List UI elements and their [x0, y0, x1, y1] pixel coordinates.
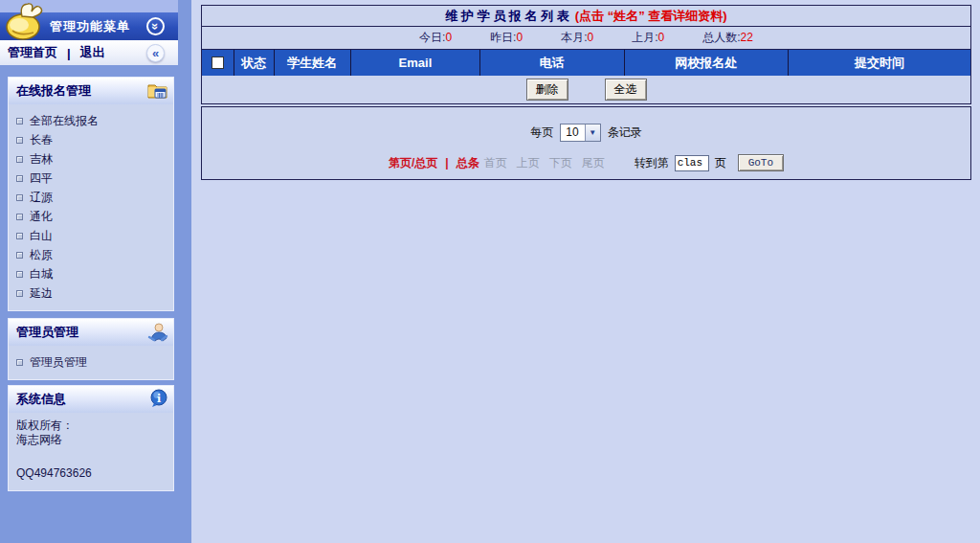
goto-page-suffix: 页 — [715, 155, 726, 171]
sidebar-item-liaoyuan[interactable]: 辽源 — [9, 188, 173, 207]
app-logo-icon — [3, 1, 47, 43]
table-header-phone: 电话 — [479, 50, 624, 76]
page-summary: 第页/总页 — [389, 155, 437, 171]
collapse-sidebar-icon[interactable]: « — [146, 44, 165, 62]
main-content: 维 护 学 员 报 名 列 表 (点击 “姓名” 查看详细资料) 今日:0 昨日… — [191, 0, 980, 543]
sidebar-item-tonghua[interactable]: 通化 — [9, 207, 173, 226]
admin-user-icon — [147, 322, 168, 346]
stat-value: 22 — [741, 31, 753, 44]
pagination-box: 每页 10 ▼ 条记录 第页/总页 | 总条 首页 上页 下页 尾页 转到第 页… — [201, 106, 971, 180]
table-header-email: Email — [350, 50, 479, 76]
stat-label: 上月: — [632, 31, 657, 44]
list-title-row: 维 护 学 员 报 名 列 表 (点击 “姓名” 查看详细资料) — [202, 6, 970, 27]
logout-link[interactable]: 退出 — [80, 44, 105, 61]
system-info-body: 版权所有： 海志网络 QQ494763626 — [9, 413, 173, 490]
sidebar-item-label: 白山 — [30, 228, 53, 244]
table-header-branch: 网校报名处 — [624, 50, 788, 76]
stat-value: 0 — [587, 31, 593, 44]
table-header-student-name: 学生姓名 — [274, 50, 350, 76]
bullet-icon — [16, 271, 23, 278]
per-page-label: 每页 — [530, 124, 553, 141]
nav-separator: | — [67, 46, 71, 60]
panel-admin-header: 管理员管理 — [9, 319, 173, 346]
bullet-icon — [16, 290, 23, 297]
sidebar-item-label: 管理员管理 — [30, 354, 87, 371]
stat-last-month: 上月:0 — [632, 30, 664, 46]
chevron-down-icon: ▼ — [585, 124, 600, 141]
bullet-icon — [16, 137, 23, 144]
goto-button[interactable]: GoTo — [738, 154, 784, 171]
info-icon: i — [149, 389, 168, 411]
table-header-status: 状态 — [234, 50, 274, 76]
menu-title: 管理功能菜单 — [50, 18, 130, 35]
stat-label: 总人数: — [702, 31, 740, 44]
sidebar-item-label: 通化 — [30, 209, 53, 225]
per-page-select[interactable]: 10 ▼ — [560, 124, 600, 142]
bullet-icon — [16, 252, 23, 259]
sidebar-item-label: 松原 — [30, 247, 53, 263]
last-page-link[interactable]: 尾页 — [582, 155, 605, 171]
sidebar-item-admin-management[interactable]: 管理员管理 — [9, 352, 173, 372]
sidebar-item-siping[interactable]: 四平 — [9, 169, 173, 188]
table-header-submit-time: 提交时间 — [788, 50, 970, 76]
panel-online-title: 在线报名管理 — [16, 82, 91, 100]
sidebar-item-songyuan[interactable]: 松原 — [9, 245, 173, 264]
stat-today: 今日:0 — [419, 30, 452, 46]
stat-value: 0 — [445, 31, 452, 44]
home-link[interactable]: 管理首页 — [8, 44, 57, 61]
prev-page-link[interactable]: 上页 — [517, 155, 540, 171]
sidebar-item-label: 白城 — [30, 266, 53, 283]
sidebar-item-changchun[interactable]: 长春 — [9, 130, 173, 149]
sidebar-item-label: 四平 — [30, 170, 53, 187]
select-all-button[interactable]: 全选 — [605, 79, 647, 101]
sidebar: 管理功能菜单 » 管理首页 | 退出 « 在线报名管理 — [0, 0, 191, 543]
stat-this-month: 本月:0 — [561, 30, 593, 46]
panel-admin-body: 管理员管理 — [9, 346, 173, 379]
sidebar-item-label: 辽源 — [30, 190, 53, 206]
panel-online-header: 在线报名管理 — [9, 78, 173, 104]
page-title: 维 护 学 员 报 名 列 表 — [445, 8, 568, 25]
sidebar-item-all-online[interactable]: 全部在线报名 — [9, 111, 173, 130]
goto-page-input[interactable] — [675, 155, 709, 171]
panel-system-title: 系统信息 — [16, 391, 66, 408]
svg-text:i: i — [157, 393, 161, 405]
select-all-checkbox[interactable] — [212, 57, 224, 69]
collapse-menu-icon[interactable]: » — [146, 17, 165, 35]
bullet-icon — [16, 233, 23, 239]
company-name: 海志网络 — [16, 433, 166, 447]
folder-icon — [147, 80, 168, 102]
sidebar-nav-bar: 管理首页 | 退出 « — [0, 40, 178, 65]
sidebar-item-yanbian[interactable]: 延边 — [9, 283, 173, 303]
stat-label: 本月: — [561, 31, 587, 44]
panel-admin-management: 管理员管理 管理员管理 — [8, 318, 174, 380]
next-page-link[interactable]: 下页 — [549, 155, 572, 171]
bullet-icon — [16, 359, 23, 366]
bullet-icon — [16, 118, 23, 124]
pagination-separator: | — [445, 156, 448, 170]
sidebar-item-baicheng[interactable]: 白城 — [9, 264, 173, 283]
student-list-box: 维 护 学 员 报 名 列 表 (点击 “姓名” 查看详细资料) 今日:0 昨日… — [201, 5, 971, 104]
bullet-icon — [16, 175, 23, 182]
stat-total: 总人数:22 — [702, 30, 753, 46]
panel-admin-title: 管理员管理 — [16, 324, 78, 341]
first-page-link[interactable]: 首页 — [484, 155, 507, 171]
table-actions-row: 删除 全选 — [202, 76, 970, 103]
bullet-icon — [16, 156, 23, 163]
per-page-suffix: 条记录 — [608, 124, 642, 141]
table-header-row: 状态 学生姓名 Email 电话 网校报名处 提交时间 — [202, 50, 970, 76]
sidebar-item-jilin[interactable]: 吉林 — [9, 149, 173, 169]
goto-page-label: 转到第 — [635, 155, 669, 171]
qq-number: QQ494763626 — [16, 466, 166, 481]
stat-label: 昨日: — [490, 31, 516, 44]
delete-button[interactable]: 删除 — [526, 79, 568, 101]
panel-system-info: 系统信息 i 版权所有： 海志网络 QQ494763626 — [8, 385, 174, 491]
sidebar-item-label: 吉林 — [30, 151, 53, 168]
sidebar-item-label: 全部在线报名 — [30, 113, 99, 129]
bullet-icon — [16, 194, 23, 201]
sidebar-item-baishan[interactable]: 白山 — [9, 226, 173, 245]
stat-label: 今日: — [419, 31, 445, 44]
panel-system-header: 系统信息 i — [9, 386, 173, 413]
stat-value: 0 — [516, 31, 523, 44]
stats-row: 今日:0 昨日:0 本月:0 上月:0 总人数:22 — [202, 27, 970, 50]
pagination-row: 第页/总页 | 总条 首页 上页 下页 尾页 转到第 页 GoTo — [202, 154, 970, 171]
